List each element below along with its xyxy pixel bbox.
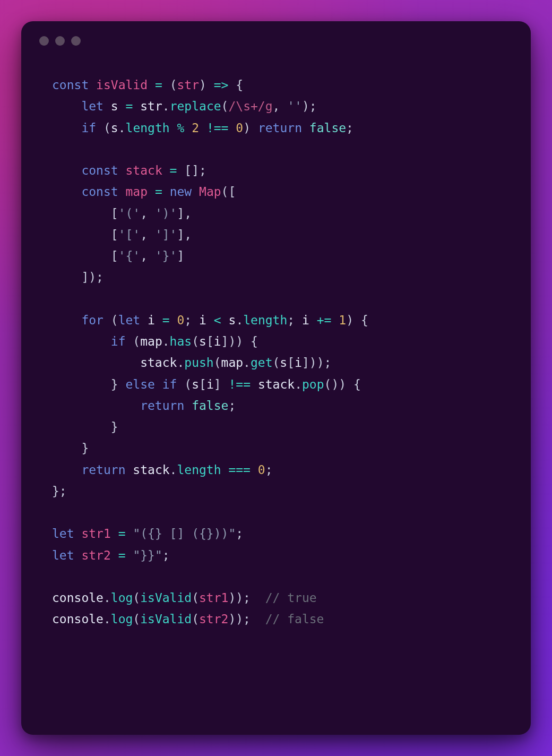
identifier: s [111, 121, 118, 135]
punct: ] [177, 228, 184, 242]
identifier: i [214, 334, 221, 348]
keyword: let [118, 313, 141, 327]
string: '}' [155, 249, 177, 263]
punct: , [140, 249, 148, 263]
punct: ] [81, 270, 89, 284]
method: get [251, 356, 273, 370]
string: "}}" [133, 548, 162, 562]
operator: = [155, 78, 162, 92]
punct: ( [192, 591, 199, 605]
identifier: stack [133, 463, 169, 477]
punct: , [184, 207, 192, 220]
punct: , [140, 207, 148, 220]
punct: ( [133, 612, 140, 626]
identifier: map [126, 185, 148, 199]
punct: ; [96, 270, 104, 284]
code-block: const isValid = (str) => { let s = str.r… [39, 62, 513, 630]
punct: ) [228, 334, 236, 348]
punct: [ [111, 207, 118, 220]
identifier: str2 [199, 612, 228, 626]
punct: , [273, 99, 280, 113]
brace: { [361, 313, 368, 327]
identifier: stack [140, 356, 177, 370]
punct: . [295, 377, 302, 391]
punct: . [177, 356, 184, 370]
punct: [ [184, 164, 192, 177]
keyword: const [81, 185, 118, 199]
punct: ( [214, 356, 221, 370]
keyword: for [81, 313, 104, 327]
punct: [ [287, 356, 295, 370]
method: replace [170, 99, 221, 113]
identifier: i [148, 313, 155, 327]
punct: ( [133, 334, 140, 348]
punct: ) [346, 313, 353, 327]
string: ']' [155, 228, 177, 242]
keyword: return [258, 121, 302, 135]
operator: !== [228, 377, 251, 391]
keyword: return [81, 463, 125, 477]
identifier: str [140, 99, 162, 113]
brace: } [111, 420, 118, 434]
punct: ) [89, 270, 96, 284]
punct: ; [346, 121, 353, 135]
window-dot-min[interactable] [55, 36, 65, 46]
operator: % [177, 121, 184, 135]
identifier: s [111, 99, 118, 113]
identifier: console [52, 591, 104, 605]
punct: . [236, 313, 243, 327]
punct: ) [228, 612, 236, 626]
punct: . [104, 591, 111, 605]
punct: . [104, 612, 111, 626]
identifier: str2 [81, 548, 110, 562]
brace: { [353, 377, 361, 391]
property: length [126, 121, 170, 135]
identifier: stack [258, 377, 295, 391]
string: '(' [118, 207, 141, 220]
string: '{' [118, 249, 141, 263]
identifier: i [302, 313, 309, 327]
keyword: if [81, 121, 96, 135]
identifier: s [280, 356, 287, 370]
operator: < [214, 313, 221, 327]
identifier: str1 [81, 527, 110, 540]
punct: ; [184, 313, 192, 327]
keyword: if [111, 334, 126, 348]
comment: // false [265, 612, 324, 626]
operator: = [118, 548, 126, 562]
brace: } [81, 441, 89, 455]
method: pop [302, 377, 324, 391]
window-dot-max[interactable] [71, 36, 81, 46]
brace: } [52, 484, 59, 498]
punct: ( [272, 356, 280, 370]
method: has [170, 334, 192, 348]
param: str [177, 78, 199, 92]
identifier: s [199, 334, 206, 348]
window-dot-close[interactable] [39, 36, 49, 46]
method: push [184, 356, 213, 370]
code-window: const isValid = (str) => { let s = str.r… [21, 21, 531, 735]
punct: ) [236, 591, 243, 605]
keyword: const [52, 78, 89, 92]
function-name: isValid [96, 78, 148, 92]
punct: . [170, 463, 177, 477]
window-controls [39, 36, 513, 46]
brace: { [236, 78, 243, 92]
property: length [243, 313, 287, 327]
punct: ( [133, 591, 140, 605]
punct: ; [287, 313, 295, 327]
punct: ] [214, 377, 221, 391]
number: 0 [236, 121, 243, 135]
operator: = [155, 185, 162, 199]
brace: } [111, 377, 118, 391]
identifier: map [140, 334, 162, 348]
number: 1 [339, 313, 346, 327]
comment: // true [265, 591, 317, 605]
boolean: false [309, 121, 346, 135]
punct: ( [221, 185, 229, 199]
keyword: let [81, 99, 104, 113]
function-call: isValid [140, 612, 192, 626]
punct: ( [104, 121, 111, 135]
punct: , [184, 228, 192, 242]
string: ')' [155, 207, 177, 220]
